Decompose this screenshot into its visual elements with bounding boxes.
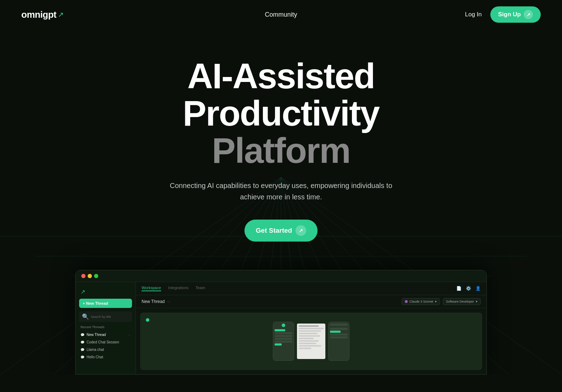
signup-arrow-icon: ↗ bbox=[524, 10, 533, 19]
get-started-button[interactable]: Get Started ↗ bbox=[244, 220, 318, 242]
app-preview: ↗ + New Thread 🔍 Search by title Recent … bbox=[61, 270, 501, 375]
hero-section: AI-Assisted Productivity Platform Connec… bbox=[0, 29, 562, 375]
thread-chat-icon: 💬 bbox=[81, 348, 84, 352]
thread-chat-icon: 💬 bbox=[81, 341, 84, 344]
phone-line bbox=[275, 329, 285, 331]
app-sidebar: ↗ + New Thread 🔍 Search by title Recent … bbox=[76, 282, 136, 374]
chevron-down-icon: ▾ bbox=[476, 300, 478, 303]
thread-controls: Claude 3 Sonnet ▾ Software Developer ▾ bbox=[402, 298, 481, 305]
navbar: omnigpt ↗ Community Log In Sign Up ↗ bbox=[0, 0, 562, 29]
get-started-arrow-icon: ↗ bbox=[296, 225, 306, 236]
hero-content: AI-Assisted Productivity Platform Connec… bbox=[0, 29, 562, 256]
thread-item[interactable]: 💬 New Thread ··· bbox=[76, 331, 136, 338]
community-link[interactable]: Community bbox=[265, 11, 297, 18]
thread-title: New Thread ··· bbox=[142, 299, 170, 304]
logo-arrow-icon: ↗ bbox=[58, 10, 64, 19]
close-dot bbox=[81, 274, 86, 278]
canvas-phone-mockup bbox=[273, 322, 294, 361]
nav-center: Community bbox=[265, 11, 297, 18]
canvas-status-dot bbox=[146, 318, 149, 322]
tab-integrations[interactable]: Integrations bbox=[168, 286, 188, 291]
canvas-doc-mockup bbox=[297, 324, 325, 359]
settings-icon[interactable]: ⚙️ bbox=[466, 286, 471, 291]
phone-line bbox=[330, 331, 341, 333]
app-inner: ↗ + New Thread 🔍 Search by title Recent … bbox=[76, 282, 486, 374]
tab-team[interactable]: Team bbox=[195, 286, 205, 291]
logo[interactable]: omnigpt ↗ bbox=[21, 9, 64, 20]
thread-chat-icon: 💬 bbox=[81, 333, 84, 337]
search-icon: 🔍 bbox=[82, 313, 89, 320]
thread-chat-icon: 💬 bbox=[81, 355, 84, 359]
nav-right: Log In Sign Up ↗ bbox=[465, 6, 541, 23]
model-selector[interactable]: Claude 3 Sonnet ▾ bbox=[402, 298, 440, 305]
search-input: Search by title bbox=[91, 315, 111, 319]
thread-item[interactable]: 💬 Hello Chat bbox=[76, 353, 136, 361]
chevron-down-icon: ▾ bbox=[435, 300, 437, 303]
thread-item[interactable]: 💬 Coded Chat Session bbox=[76, 338, 136, 346]
persona-selector[interactable]: Software Developer ▾ bbox=[443, 298, 481, 305]
phone-line bbox=[275, 343, 282, 346]
model-dot bbox=[405, 300, 408, 303]
canvas-inner bbox=[140, 313, 482, 370]
user-icon[interactable]: 👤 bbox=[475, 286, 481, 291]
app-topbar: Workspace Integrations Team 📄 ⚙️ 👤 bbox=[136, 282, 486, 295]
thread-item[interactable]: 💬 Llama chat bbox=[76, 346, 136, 353]
phone-line bbox=[275, 335, 292, 337]
app-window: ↗ + New Thread 🔍 Search by title Recent … bbox=[75, 270, 487, 375]
logo-text: omnigpt bbox=[21, 9, 56, 20]
sidebar-logo-icon: ↗ bbox=[81, 289, 85, 295]
phone-line bbox=[330, 336, 348, 338]
new-thread-button[interactable]: + New Thread bbox=[79, 299, 132, 308]
app-tabs: Workspace Integrations Team bbox=[142, 286, 205, 291]
app-titlebar bbox=[76, 270, 486, 282]
app-canvas bbox=[136, 308, 486, 374]
document-icon[interactable]: 📄 bbox=[456, 286, 462, 291]
recent-threads-label: Recent Threads bbox=[76, 325, 136, 331]
phone-line bbox=[330, 328, 348, 330]
minimize-dot bbox=[88, 274, 92, 278]
app-main: Workspace Integrations Team 📄 ⚙️ 👤 New bbox=[136, 282, 486, 374]
maximize-dot bbox=[94, 274, 98, 278]
signup-button[interactable]: Sign Up ↗ bbox=[490, 6, 541, 23]
hero-subtitle: Connecting AI capabilities to everyday u… bbox=[167, 180, 395, 203]
canvas-phone-mockup-2 bbox=[328, 322, 349, 361]
app-topbar-right: 📄 ⚙️ 👤 bbox=[456, 286, 481, 291]
phone-line bbox=[275, 338, 292, 340]
tab-workspace[interactable]: Workspace bbox=[142, 286, 161, 291]
hero-title: AI-Assisted Productivity Platform bbox=[104, 57, 458, 169]
canvas-preview bbox=[273, 322, 349, 361]
login-button[interactable]: Log In bbox=[465, 11, 482, 18]
window-dots bbox=[81, 274, 98, 278]
phone-line bbox=[275, 341, 292, 343]
sidebar-logo: ↗ bbox=[76, 286, 136, 299]
phone-line bbox=[330, 333, 348, 336]
thread-header: New Thread ··· Claude 3 Sonnet ▾ Softwar… bbox=[136, 295, 486, 308]
phone-line bbox=[275, 332, 292, 334]
search-bar[interactable]: 🔍 Search by title bbox=[79, 311, 132, 322]
thread-more-icon: ··· bbox=[128, 333, 131, 337]
phone-dot bbox=[282, 324, 285, 327]
